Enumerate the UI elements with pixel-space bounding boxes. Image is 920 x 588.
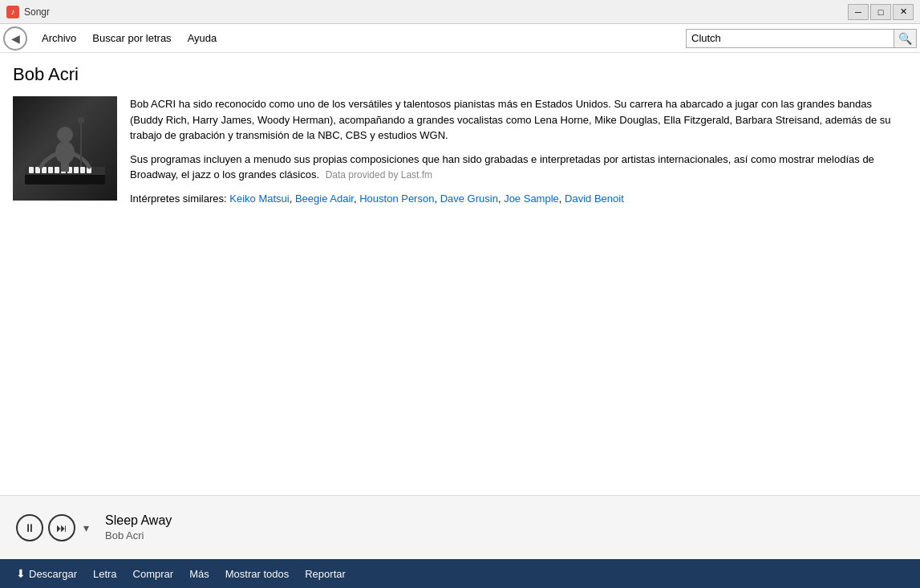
pause-button[interactable]: ⏸ [16, 514, 43, 541]
back-button[interactable]: ◀ [3, 26, 27, 51]
artist-image [13, 96, 117, 201]
artist-image-inner [13, 96, 117, 201]
similar-artists: Intérpretes similares: Keiko Matsui, Bee… [130, 191, 907, 207]
title-bar: ♪ Songr ─ □ ✕ [0, 0, 920, 24]
track-info: Sleep Away Bob Acri [105, 513, 172, 541]
similar-dave[interactable]: Dave Grusin [440, 193, 498, 205]
letra-button[interactable]: Letra [85, 565, 125, 583]
track-name: Sleep Away [105, 513, 172, 528]
download-icon: ⬇ [16, 567, 26, 580]
titlebar-left: ♪ Songr [6, 6, 50, 18]
svg-point-12 [55, 141, 75, 164]
dropdown-icon: ▾ [83, 521, 89, 534]
search-button[interactable]: 🔍 [894, 29, 917, 48]
svg-rect-6 [55, 167, 59, 173]
svg-rect-2 [29, 167, 34, 173]
svg-rect-10 [80, 167, 85, 173]
bio-paragraph-1: Bob ACRI ha sido reconocido como uno de … [130, 96, 907, 144]
svg-rect-14 [61, 162, 69, 172]
descargar-button[interactable]: ⬇ Descargar [8, 564, 85, 583]
window-controls[interactable]: ─ □ ✕ [848, 4, 914, 20]
pause-icon: ⏸ [24, 521, 35, 534]
player-controls: ⏸ ⏭ ▾ [16, 514, 92, 541]
descargar-label: Descargar [29, 568, 77, 580]
similar-keiko[interactable]: Keiko Matsui [229, 193, 289, 205]
similar-joe[interactable]: Joe Sample [504, 193, 559, 205]
search-icon: 🔍 [898, 32, 912, 45]
reportar-button[interactable]: Reportar [297, 565, 354, 583]
player-bar: ⏸ ⏭ ▾ Sleep Away Bob Acri [0, 495, 920, 559]
svg-point-13 [57, 127, 73, 143]
similar-david[interactable]: David Benoit [565, 193, 624, 205]
mas-button[interactable]: Más [181, 565, 217, 583]
data-credit: Data provided by Last.fm [326, 169, 432, 180]
artist-info: Bob ACRI ha sido reconocido como uno de … [13, 96, 907, 206]
player-dropdown-button[interactable]: ▾ [80, 518, 92, 537]
svg-rect-5 [48, 167, 53, 173]
menu-archivo[interactable]: Archivo [34, 29, 84, 47]
mostrar-todos-button[interactable]: Mostrar todos [217, 565, 297, 583]
artist-name: Bob Acri [13, 64, 907, 85]
maximize-button[interactable]: □ [870, 4, 891, 20]
similar-houston[interactable]: Houston Person [359, 193, 434, 205]
similar-label: Intérpretes similares: [130, 193, 227, 205]
minimize-button[interactable]: ─ [848, 4, 869, 20]
next-button[interactable]: ⏭ [48, 514, 75, 541]
menu-ayuda[interactable]: Ayuda [180, 29, 225, 47]
main-content: Bob Acri [0, 53, 920, 495]
mostrar-label: Mostrar todos [225, 568, 289, 580]
bio-paragraph-2: Sus programas incluyen a menudo sus prop… [130, 152, 907, 183]
close-button[interactable]: ✕ [893, 4, 914, 20]
comprar-label: Comprar [133, 568, 174, 580]
app-title: Songr [24, 6, 50, 18]
mas-label: Más [189, 568, 209, 580]
search-area: 🔍 [686, 29, 917, 48]
track-artist: Bob Acri [105, 529, 172, 541]
svg-point-16 [78, 117, 84, 124]
reportar-label: Reportar [305, 568, 346, 580]
next-icon: ⏭ [56, 521, 67, 534]
menu-bar: ◀ Archivo Buscar por letras Ayuda 🔍 [0, 24, 920, 53]
similar-beegie[interactable]: Beegie Adair [295, 193, 354, 205]
bottom-toolbar: ⬇ Descargar Letra Comprar Más Mostrar to… [0, 559, 920, 588]
menu-buscar[interactable]: Buscar por letras [84, 29, 179, 47]
artist-silhouette [21, 112, 109, 201]
svg-rect-9 [74, 167, 79, 173]
back-icon: ◀ [11, 32, 20, 45]
search-input[interactable] [686, 29, 894, 48]
artist-biography: Bob ACRI ha sido reconocido como uno de … [130, 96, 907, 206]
letra-label: Letra [93, 568, 117, 580]
app-icon: ♪ [6, 6, 19, 18]
comprar-button[interactable]: Comprar [125, 565, 182, 583]
